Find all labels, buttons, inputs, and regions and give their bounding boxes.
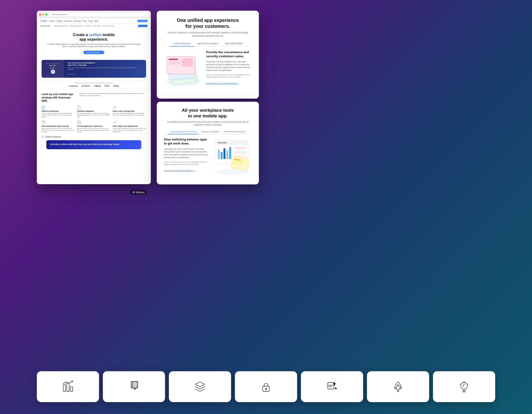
svg-rect-46 xyxy=(328,382,334,389)
feature-icon-5 xyxy=(77,120,81,124)
nav-platform[interactable]: Platform xyxy=(49,20,55,22)
icon-card-analytics[interactable] xyxy=(37,371,99,402)
panel-illustration xyxy=(164,50,202,89)
feature-3: Reuse code, leverage talent Reuse existi… xyxy=(113,106,146,118)
svg-rect-25 xyxy=(221,152,223,159)
browser-minimize-dot[interactable] xyxy=(42,14,44,15)
subnav-usecases[interactable]: Use Cases xyxy=(85,25,91,27)
right-top-title: One unified app experiencefor your custo… xyxy=(164,17,251,29)
tab-operational-efficiency[interactable]: Improved operational efficiency xyxy=(168,129,199,134)
tab-app-modernization[interactable]: App modernization xyxy=(222,41,246,47)
browser-content: ⬡ Ionic Platform Solutions Resources Dev… xyxy=(37,18,151,184)
nav-pricing[interactable]: Pricing xyxy=(88,20,93,22)
browser-close-dot[interactable] xyxy=(39,14,41,15)
nav-resources[interactable]: Resources xyxy=(65,20,72,22)
feature-5: Custom application experiences With defi… xyxy=(77,120,110,133)
svg-point-47 xyxy=(397,385,399,387)
iso-illustration xyxy=(164,50,202,89)
browser-panel: ionic.io/superapp-sdk ⬡ Ionic Platform S… xyxy=(37,11,151,184)
tab-seamless-integration[interactable]: Seamless integration xyxy=(199,129,222,134)
features-desc: An all-in-one solution for large organiz… xyxy=(80,92,146,103)
icon-card-rocket[interactable] xyxy=(367,371,429,402)
feature-desc-2: The superapp contains core features acro… xyxy=(77,113,110,118)
bottom-illustration: Dashboard xyxy=(211,138,252,176)
nav-get-started[interactable]: Get started xyxy=(138,20,147,22)
subnav-workplace[interactable]: Workplace Superapp xyxy=(54,25,68,27)
icon-card-brain[interactable] xyxy=(433,371,495,402)
feature-title-6: Build, deploy, and update faster xyxy=(113,125,146,127)
subnav-devteam[interactable]: For Your Dev Team xyxy=(102,25,114,27)
subnav-action[interactable]: Get started xyxy=(138,25,147,27)
video-title: How one brand consolidated 8apps into 1 … xyxy=(67,62,143,66)
logo-watson: AS Watson xyxy=(81,85,90,87)
browser-url-bar[interactable]: ionic.io/superapp-sdk xyxy=(50,13,148,16)
mobile-icon xyxy=(127,380,141,393)
video-description: Learn why a leading portable storage bra… xyxy=(67,67,143,70)
svg-point-48 xyxy=(464,384,465,384)
right-bottom-title: All your workplace toolsin one mobile ap… xyxy=(164,108,252,119)
video-card: IONIC TRAINING SUMMIT 2024 How a Ste... … xyxy=(42,60,146,78)
feature-title-4: Share data between apps securely xyxy=(42,125,75,127)
hero-cta[interactable]: Get a demo today → xyxy=(83,51,104,54)
features-header: Level up your mobile app strategy with S… xyxy=(42,92,146,103)
svg-text:Dashboard: Dashboard xyxy=(218,142,227,144)
hero-title: Create a unified mobileapp experience. xyxy=(46,33,141,42)
video-text: How one brand consolidated 8apps into 1 … xyxy=(64,60,146,78)
svg-point-42 xyxy=(134,389,135,390)
svg-rect-24 xyxy=(218,149,220,159)
svg-rect-28 xyxy=(229,147,231,159)
tab-new-revenue[interactable]: New revenue streams xyxy=(194,41,222,47)
feature-icon-3 xyxy=(113,106,117,109)
svg-rect-30 xyxy=(234,151,246,154)
feature-2: Seamless integration The superapp contai… xyxy=(77,106,110,118)
subnav-consumer[interactable]: Consumer Superapp xyxy=(70,25,83,27)
feature-icon-6 xyxy=(113,120,117,124)
cta-banner: Schedule a demo and learn how you can bu… xyxy=(46,140,141,149)
right-bottom-tabs: Improved operational efficiency Seamless… xyxy=(164,129,252,134)
analytics-icon xyxy=(61,380,75,393)
nav-links: Platform Solutions Resources Developers … xyxy=(49,20,135,22)
tab-streamlined-dev[interactable]: Streamlined development xyxy=(221,129,248,134)
nav-blog[interactable]: Blog xyxy=(83,20,86,22)
right-top-panel: One unified app experiencefor your custo… xyxy=(157,11,259,99)
logos-section: Powering mission-critical apps for the w… xyxy=(37,80,151,89)
nav-signin[interactable]: Sign in xyxy=(94,20,99,22)
hero-section: Create a unified mobileapp experience. C… xyxy=(37,28,151,60)
icon-card-mobile[interactable] xyxy=(103,371,165,402)
subnav-resources[interactable]: Resources xyxy=(94,25,100,27)
tab-unified-experience[interactable]: Unified experience xyxy=(170,41,194,47)
logo-fidelity: Fidelity xyxy=(113,85,119,87)
layers-icon xyxy=(193,380,207,393)
video-watch-link[interactable]: Watch now → xyxy=(67,74,76,75)
nav-solutions[interactable]: Solutions xyxy=(57,20,63,22)
feature-1: Efficient development Develop, debug, an… xyxy=(42,106,75,118)
browser-maximize-dot[interactable] xyxy=(45,14,47,15)
logos-row: ⬡ paylocity AS Watson mobile mini EGYM F… xyxy=(42,85,146,87)
subnav-title: Superapp SDK xyxy=(40,25,50,27)
feature-icon-1 xyxy=(42,106,45,109)
icon-card-sparkles[interactable] xyxy=(301,371,363,402)
bottom-content-title: Stop switching between apps to get work … xyxy=(164,138,208,146)
feature-desc-3: Reuse existing web app experiences to bu… xyxy=(113,113,146,116)
feature-grid: Efficient development Develop, debug, an… xyxy=(42,106,146,133)
feature-icon-4 xyxy=(42,120,45,124)
icon-card-lock[interactable] xyxy=(235,371,297,402)
icons-row xyxy=(37,371,495,402)
feature-6: Build, deploy, and update faster Native … xyxy=(113,120,146,133)
svg-point-45 xyxy=(265,388,267,390)
sparkles-icon xyxy=(325,380,339,393)
feature-title-1: Efficient development xyxy=(42,110,75,112)
nav-developers[interactable]: Developers xyxy=(74,20,81,22)
feature-desc-5: With defined personas in place, users ca… xyxy=(77,128,110,133)
feature-icon-2 xyxy=(77,106,81,109)
ionic-navbar: ⬡ Ionic Platform Solutions Resources Dev… xyxy=(37,18,151,24)
svg-rect-29 xyxy=(234,147,246,149)
svg-rect-15 xyxy=(169,59,178,60)
logos-heading: Powering mission-critical apps for the w… xyxy=(42,82,146,84)
bottom-download-link[interactable]: Download the workforce datasheet → xyxy=(164,169,195,172)
panel-download-link[interactable]: Download the consumers datasheet → xyxy=(206,82,239,84)
right-top-subtitle: Give your customers a truly personalized… xyxy=(164,31,251,38)
icon-card-layers[interactable] xyxy=(169,371,231,402)
play-button[interactable] xyxy=(51,70,55,74)
dashboard-illustration: Dashboard xyxy=(211,138,252,176)
